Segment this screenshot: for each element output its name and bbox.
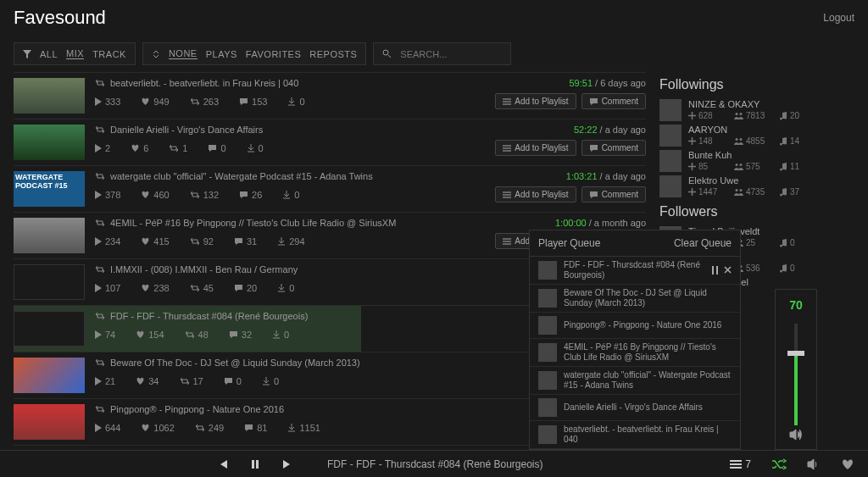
track-artwork[interactable] <box>14 311 85 347</box>
track-artwork[interactable]: WATERGATE PODCAST #15 <box>14 171 85 207</box>
logout-link[interactable]: Logout <box>823 12 854 24</box>
search-input[interactable] <box>400 49 502 59</box>
search-icon <box>382 49 392 58</box>
comments-stat[interactable]: 26 <box>239 190 262 200</box>
likes-stat[interactable]: 34 <box>136 376 159 386</box>
track-title[interactable]: Danielle Arielli - Virgo's Dance Affairs <box>110 125 263 135</box>
side-user-item[interactable]: AARYON 148 4855 14 <box>659 123 854 148</box>
app-logo[interactable]: Favesound <box>14 7 106 29</box>
track-artwork[interactable] <box>14 404 85 440</box>
queue-track-title: Beware Of The Doc - DJ Set @ Liquid Sund… <box>564 288 732 308</box>
repost-icon <box>95 172 105 180</box>
repost-icon <box>95 265 105 274</box>
queue-item[interactable]: 4EMIL - PéP #16 By Pingpong // Tiesto's … <box>530 339 740 367</box>
prev-button[interactable] <box>217 458 229 470</box>
likes-stat[interactable]: 949 <box>141 97 169 107</box>
queue-track-title: Danielle Arielli - Virgo's Dance Affairs <box>564 402 732 413</box>
comments-stat[interactable]: 0 <box>208 143 225 153</box>
downloads-stat[interactable]: 0 <box>277 283 294 293</box>
downloads-stat[interactable]: 0 <box>282 190 299 200</box>
track-artwork[interactable] <box>14 125 85 160</box>
reposts-stat[interactable]: 45 <box>190 283 214 293</box>
track-title[interactable]: watergate club "official" - Watergate Po… <box>110 171 373 181</box>
likes-stat[interactable]: 415 <box>141 236 169 247</box>
comment-button[interactable]: Comment <box>581 93 646 109</box>
downloads-stat[interactable]: 0 <box>262 376 279 386</box>
comments-stat[interactable]: 32 <box>229 330 252 340</box>
side-user-item[interactable]: Bunte Kuh 85 575 11 <box>659 148 854 174</box>
comments-stat[interactable]: 20 <box>234 283 257 293</box>
downloads-stat[interactable]: 0 <box>247 143 264 153</box>
downloads-stat[interactable]: 0 <box>272 330 289 340</box>
downloads-stat[interactable]: 1151 <box>287 423 320 433</box>
filter-track[interactable]: TRACK <box>92 49 126 59</box>
track-title[interactable]: I.MMXII - (008) I.MMXII - Ben Rau / Germ… <box>110 264 298 275</box>
queue-item[interactable]: Danielle Arielli - Virgo's Dance Affairs <box>530 395 740 421</box>
comments-stat[interactable]: 31 <box>234 236 257 247</box>
people-stat: 7813 <box>734 111 768 120</box>
track-artwork[interactable] <box>14 358 85 393</box>
speaker-icon[interactable] <box>789 429 803 441</box>
queue-button[interactable]: 7 <box>730 458 751 470</box>
sort-favorites[interactable]: FAVORITES <box>246 49 301 59</box>
people-stat: 4735 <box>734 187 768 197</box>
track-artwork[interactable] <box>14 218 85 253</box>
add-to-playlist-button[interactable]: Add to Playlist <box>495 140 576 156</box>
queue-item[interactable]: watergate club "official" - Watergate Po… <box>530 367 740 395</box>
like-button[interactable] <box>841 458 854 470</box>
track-title[interactable]: Pingpong® - Pingpong - Nature One 2016 <box>110 404 284 414</box>
track-title[interactable]: FDF - FDF - Thursdcast #084 (René Bourge… <box>110 311 308 321</box>
queue-title: Player Queue <box>538 237 600 249</box>
comments-stat[interactable]: 0 <box>224 376 242 386</box>
volume-button[interactable] <box>807 458 821 470</box>
queue-remove-icon[interactable] <box>724 266 732 275</box>
reposts-stat[interactable]: 249 <box>195 423 224 433</box>
comment-button[interactable]: Comment <box>581 186 646 202</box>
shuffle-button[interactable] <box>771 458 787 470</box>
downloads-stat[interactable]: 0 <box>287 97 304 107</box>
sort-reposts[interactable]: REPOSTS <box>309 49 357 59</box>
side-user-item[interactable]: NINZE & OKAXY 628 7813 20 <box>659 97 854 123</box>
likes-stat[interactable]: 238 <box>141 283 169 293</box>
likes-stat[interactable]: 1062 <box>141 423 174 433</box>
reposts-stat[interactable]: 1 <box>169 143 187 153</box>
svg-point-4 <box>740 138 743 141</box>
queue-item[interactable]: Pingpong® - Pingpong - Nature One 2016 <box>530 313 740 339</box>
reposts-stat[interactable]: 263 <box>190 97 219 107</box>
track-title[interactable]: beatverliebt. - beatverliebt. in Frau Kr… <box>110 78 298 88</box>
reposts-stat[interactable]: 48 <box>185 330 209 340</box>
track-artwork[interactable] <box>14 78 85 114</box>
queue-item[interactable]: FDF - FDF - Thursdcast #084 (René Bourge… <box>530 257 740 285</box>
add-to-playlist-button[interactable]: Add to Playlist <box>495 93 576 109</box>
queue-pause-icon[interactable] <box>711 266 719 275</box>
add-to-playlist-button[interactable]: Add to Playlist <box>495 186 576 202</box>
reposts-stat[interactable]: 17 <box>180 376 203 386</box>
likes-stat[interactable]: 6 <box>131 143 148 153</box>
likes-stat[interactable]: 460 <box>141 190 169 200</box>
comment-button[interactable]: Comment <box>581 140 646 156</box>
queue-item[interactable]: beatverliebt. - beatverliebt. in Frau Kr… <box>530 421 740 449</box>
volume-slider[interactable] <box>794 324 798 425</box>
sort-none[interactable]: NONE <box>169 48 198 59</box>
likes-stat[interactable]: 154 <box>136 330 164 340</box>
pause-button[interactable] <box>249 458 261 470</box>
clear-queue[interactable]: Clear Queue <box>674 237 732 249</box>
plays-stat: 378 <box>95 190 120 200</box>
comments-stat[interactable]: 81 <box>244 423 267 433</box>
player-queue-panel: Player Queue Clear Queue FDF - FDF - Thu… <box>529 230 741 450</box>
filter-all[interactable]: ALL <box>40 49 58 59</box>
downloads-stat[interactable]: 294 <box>277 236 304 247</box>
reposts-stat[interactable]: 92 <box>190 236 214 247</box>
reposts-stat[interactable]: 132 <box>190 190 219 200</box>
track-artwork[interactable] <box>14 264 85 300</box>
sort-plays[interactable]: PLAYS <box>206 49 237 59</box>
track-title[interactable]: 4EMIL - PéP #16 By Pingpong // Tiesto's … <box>110 218 396 228</box>
queue-item[interactable]: Beware Of The Doc - DJ Set @ Liquid Sund… <box>530 285 740 313</box>
comments-stat[interactable]: 153 <box>239 97 267 107</box>
track-title[interactable]: Beware Of The Doc - DJ Set @ Liquid Sund… <box>110 358 360 368</box>
now-playing-title[interactable]: FDF - FDF - Thursdcast #084 (René Bourge… <box>327 458 543 470</box>
filter-mix[interactable]: MIX <box>66 48 84 59</box>
queue-artwork <box>538 316 557 335</box>
side-user-item[interactable]: Elektro Uwe 1447 4735 37 <box>659 174 854 199</box>
next-button[interactable] <box>281 458 293 470</box>
